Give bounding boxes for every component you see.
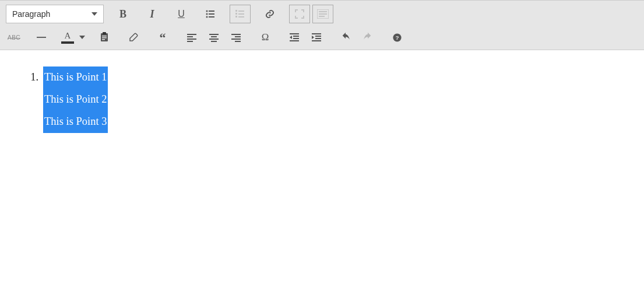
align-center-icon (209, 32, 219, 43)
svg-rect-35 (293, 38, 299, 39)
svg-rect-38 (315, 36, 321, 37)
svg-rect-17 (103, 32, 106, 34)
bullet-list-icon (205, 9, 216, 19)
link-icon (265, 9, 275, 19)
svg-rect-11 (238, 16, 244, 18)
editor-content[interactable]: 1. This is Point 1 This is Point 2 This … (0, 50, 644, 133)
svg-rect-28 (211, 41, 217, 42)
selected-text-line: This is Point 1 (43, 66, 108, 89)
numbered-list-button[interactable] (230, 5, 251, 23)
text-color-icon: A (65, 32, 71, 40)
quote-icon: “ (160, 34, 166, 41)
redo-icon (362, 32, 374, 43)
outdent-icon (289, 32, 300, 43)
svg-rect-15 (319, 16, 325, 17)
undo-button[interactable] (336, 28, 356, 47)
align-left-button[interactable] (182, 28, 202, 47)
svg-rect-10 (235, 16, 237, 18)
horizontal-rule-icon (37, 37, 46, 38)
fullscreen-icon (294, 9, 305, 19)
svg-rect-29 (231, 34, 241, 35)
format-select-label: Paragraph (12, 9, 50, 19)
redo-button[interactable] (358, 28, 378, 47)
selected-text-line: This is Point 2 (43, 89, 108, 111)
align-center-button[interactable] (204, 28, 224, 47)
undo-icon (340, 32, 351, 43)
svg-rect-31 (231, 38, 241, 40)
svg-rect-33 (290, 33, 299, 34)
svg-rect-6 (235, 10, 237, 12)
underline-icon: U (178, 9, 185, 19)
strikethrough-icon: ABC (8, 34, 20, 41)
svg-rect-9 (238, 13, 244, 15)
svg-rect-18 (102, 36, 107, 37)
align-right-button[interactable] (226, 28, 246, 47)
svg-text:?: ? (395, 34, 399, 41)
toolbar-row-1: Paragraph B I U (6, 4, 638, 24)
svg-rect-5 (209, 16, 214, 18)
bold-icon: B (119, 8, 126, 20)
svg-rect-24 (187, 41, 193, 42)
bold-button[interactable]: B (113, 5, 133, 23)
format-select[interactable]: Paragraph (6, 5, 104, 23)
svg-rect-39 (315, 38, 321, 39)
svg-rect-27 (209, 38, 219, 40)
svg-point-0 (206, 10, 208, 12)
underline-button[interactable]: U (171, 5, 191, 23)
toolbar-row-2: ABC A (6, 27, 638, 47)
chevron-down-icon (92, 12, 97, 16)
clipboard-icon (99, 32, 110, 43)
svg-point-2 (206, 13, 208, 15)
svg-rect-36 (290, 40, 299, 41)
help-button[interactable]: ? (387, 28, 407, 47)
svg-rect-40 (312, 40, 321, 41)
svg-rect-26 (211, 36, 217, 37)
align-left-icon (186, 32, 197, 43)
chevron-down-icon (79, 36, 85, 39)
svg-rect-22 (187, 36, 193, 37)
italic-icon: I (150, 8, 154, 20)
align-right-icon (231, 32, 241, 43)
horizontal-rule-button[interactable] (31, 28, 51, 47)
special-char-button[interactable]: Ω (255, 28, 275, 47)
svg-rect-34 (293, 36, 299, 37)
outdent-button[interactable] (284, 28, 304, 47)
numbered-list-icon (235, 9, 245, 19)
selected-text-line: This is Point 3 (43, 111, 108, 133)
help-icon: ? (392, 33, 402, 43)
fullscreen-button[interactable] (289, 5, 310, 23)
strikethrough-button[interactable]: ABC (6, 28, 22, 47)
svg-rect-3 (209, 13, 214, 15)
svg-rect-13 (319, 11, 327, 12)
list-marker: 1. (21, 66, 43, 133)
svg-rect-19 (102, 37, 107, 38)
remove-format-button[interactable] (124, 28, 143, 47)
svg-rect-37 (312, 33, 321, 34)
show-blocks-button[interactable] (312, 5, 333, 23)
indent-button[interactable] (307, 28, 326, 47)
omega-icon: Ω (262, 32, 269, 43)
svg-rect-25 (209, 34, 219, 35)
editor-toolbar: Paragraph B I U (0, 0, 644, 50)
link-button[interactable] (260, 5, 280, 23)
blockquote-button[interactable]: “ (153, 28, 173, 47)
svg-rect-14 (319, 13, 327, 15)
paste-text-button[interactable] (94, 28, 114, 47)
indent-icon (311, 32, 322, 43)
svg-rect-7 (238, 10, 244, 12)
svg-point-4 (206, 16, 208, 18)
svg-rect-23 (187, 38, 196, 40)
show-blocks-icon (317, 9, 329, 19)
list-item: 1. This is Point 1 This is Point 2 This … (21, 66, 644, 133)
svg-rect-8 (235, 13, 237, 15)
bullet-list-button[interactable] (200, 5, 220, 23)
svg-rect-20 (102, 39, 105, 40)
eraser-icon (128, 32, 139, 43)
svg-rect-32 (235, 41, 241, 42)
svg-rect-30 (235, 36, 241, 37)
text-color-button[interactable]: A (61, 32, 85, 44)
italic-button[interactable]: I (142, 5, 162, 23)
svg-rect-1 (209, 10, 214, 12)
svg-rect-21 (187, 34, 196, 35)
